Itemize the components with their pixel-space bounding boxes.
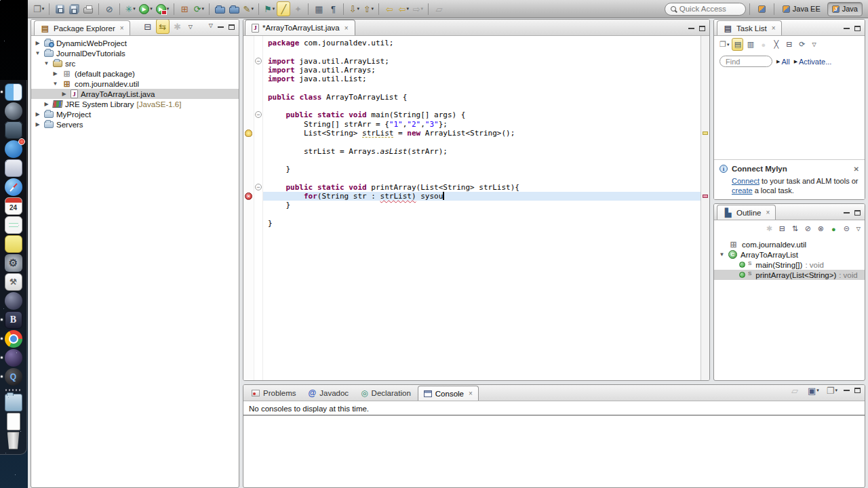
last-edit-location-icon[interactable]: ⇦ <box>382 1 396 16</box>
maximize-icon[interactable] <box>229 24 235 30</box>
outline-item-printarray-list-string-[interactable]: SprintArray(List<String>) : void <box>714 270 865 280</box>
dropdown-arrow-icon[interactable]: ▾ <box>201 6 204 12</box>
close-icon[interactable]: × <box>772 24 776 32</box>
synchronize-icon[interactable]: ⟳ <box>796 38 808 51</box>
expand-arrow-icon[interactable]: ▶ <box>34 111 41 117</box>
tree-item-servers[interactable]: ▶Servers <box>31 119 239 129</box>
code-line-18[interactable]: } <box>263 201 701 209</box>
open-resource-icon[interactable] <box>227 1 241 16</box>
find-input[interactable]: Find <box>719 56 772 67</box>
tab-task-list[interactable]: ▤ Task List × <box>717 20 782 35</box>
tree-item-dynamicwebproject[interactable]: ▶DynamicWebProject <box>31 38 239 48</box>
perspective-button-java[interactable]: JJava <box>827 2 863 16</box>
dock-item-preview[interactable] <box>0 159 26 178</box>
dock-item-stickies[interactable] <box>0 235 26 253</box>
dock-item-mission-control[interactable] <box>0 121 26 140</box>
close-icon[interactable]: ✕ <box>854 165 859 173</box>
dock-item-calendar[interactable]: 24 <box>0 197 26 216</box>
dropdown-arrow-icon[interactable]: ▾ <box>42 6 45 12</box>
link-with-editor-icon[interactable]: ⇆ <box>156 19 170 34</box>
outline-item-com-journaldev-util[interactable]: ⊞com.journaldev.util <box>714 239 865 249</box>
dock-item-trash[interactable] <box>0 431 26 450</box>
display-selected-console-icon[interactable]: ▣▾ <box>806 384 821 398</box>
close-icon[interactable]: × <box>120 24 124 32</box>
dropdown-arrow-icon[interactable]: ▾ <box>357 6 360 12</box>
overview-ruler[interactable] <box>701 36 709 380</box>
dropdown-arrow-icon[interactable]: ▾ <box>133 6 136 12</box>
code-line-4[interactable]: import java.util.List; <box>263 75 701 83</box>
dropdown-arrow-icon[interactable]: ▾ <box>167 6 170 12</box>
deactivate-task-icon[interactable]: ╳ <box>770 38 782 51</box>
dropdown-arrow-icon[interactable]: ▾ <box>835 388 837 393</box>
search-icon[interactable]: ✎▾ <box>241 1 255 16</box>
dock-item-chrome[interactable] <box>0 329 26 348</box>
dock-item-reminders[interactable] <box>0 216 26 235</box>
back-icon[interactable]: ⇦▾ <box>397 1 410 16</box>
dock-item-quicktime[interactable]: Q <box>0 367 26 386</box>
open-perspective-button[interactable] <box>753 2 770 16</box>
new-wizard-icon[interactable]: ❐▾ <box>32 1 45 16</box>
dropdown-arrow-icon[interactable]: ▾ <box>421 6 424 12</box>
close-icon[interactable]: × <box>344 24 349 32</box>
dock-item-system-preferences[interactable]: ⚙ <box>0 253 26 272</box>
collapse-all-icon[interactable]: ⊟ <box>783 38 795 51</box>
tree-item-myproject[interactable]: ▶MyProject <box>31 109 239 119</box>
minimize-icon[interactable] <box>688 28 694 29</box>
tab-package-explorer[interactable]: ▤ Package Explorer × <box>34 20 130 35</box>
expand-arrow-icon[interactable]: ▶ <box>34 121 41 127</box>
code-line-6[interactable]: public class ArrayToArrayList { <box>263 93 701 102</box>
tab-outline[interactable]: ▙ Outline × <box>717 205 776 220</box>
minimize-icon[interactable] <box>844 390 850 391</box>
dock-item-downloads-folder[interactable] <box>0 393 26 412</box>
new-java-project-icon[interactable]: ⊞ <box>178 1 191 16</box>
dropdown-arrow-icon[interactable]: ▾ <box>816 388 819 393</box>
dock-item-finder[interactable] <box>0 83 26 102</box>
run-icon[interactable]: ▶▾ <box>138 1 154 16</box>
categorized-presentation-icon[interactable]: ▤ <box>732 38 743 51</box>
code-line-11[interactable] <box>263 138 701 146</box>
expand-arrow-icon[interactable]: ▶ <box>52 70 59 77</box>
tree-item--default-package-[interactable]: ▶⊞(default package) <box>31 68 239 79</box>
close-icon[interactable]: × <box>469 390 473 397</box>
collapse-all-icon[interactable]: ⊟ <box>141 19 155 34</box>
connect-link[interactable]: Connect <box>732 177 760 185</box>
code-line-5[interactable] <box>263 83 701 92</box>
task-context-icon[interactable]: ⚑▾ <box>262 1 276 16</box>
code-line-20[interactable]: } <box>263 219 701 228</box>
hide-fields-icon[interactable]: ⊘ <box>802 222 814 235</box>
expand-arrow-icon[interactable]: ▶ <box>34 40 41 46</box>
scheduled-presentation-icon[interactable]: ▥ <box>745 38 756 51</box>
dropdown-arrow-icon[interactable]: ▾ <box>251 6 254 12</box>
dock-item-dock-separator[interactable] <box>0 386 26 393</box>
view-menu-icon[interactable]: ▽ <box>812 41 816 47</box>
minimize-icon[interactable] <box>844 28 850 29</box>
tab-editor-file[interactable]: J *ArrayToArrayList.java × <box>245 20 355 35</box>
dropdown-arrow-icon[interactable]: ▾ <box>150 6 153 12</box>
code-line-13[interactable] <box>263 156 701 165</box>
dock-item-safari[interactable] <box>0 178 26 197</box>
sort-icon[interactable]: ⇅ <box>789 222 801 235</box>
code-line-7[interactable] <box>263 102 701 110</box>
tree-item-arraytoarraylist-java[interactable]: ▶JArrayToArrayList.java <box>31 89 239 99</box>
code-line-15[interactable] <box>263 174 701 182</box>
minimize-icon[interactable] <box>218 26 224 28</box>
tree-item-com-journaldev-util[interactable]: ▼⊞com.journaldev.util <box>31 79 239 89</box>
next-annotation-icon[interactable]: ⇩▾ <box>347 1 361 16</box>
dock-item-app-store[interactable] <box>0 140 26 159</box>
open-console-icon[interactable]: ❐▾ <box>825 384 839 398</box>
tab-declaration[interactable]: ◎Declaration <box>355 386 416 401</box>
dropdown-arrow-icon[interactable]: ▾ <box>727 42 730 47</box>
code-area[interactable]: package com.journaldev.util;import java.… <box>263 36 701 380</box>
collapse-arrow-icon[interactable]: ▼ <box>43 60 50 66</box>
quickfix-bulb-icon[interactable] <box>245 129 252 137</box>
maximize-icon[interactable] <box>699 26 705 31</box>
dropdown-arrow-icon[interactable]: ▾ <box>407 6 410 12</box>
activate-task-link[interactable]: ▶ Activate... <box>794 58 832 66</box>
close-icon[interactable]: × <box>766 209 770 216</box>
annotation-ruler[interactable]: × <box>243 36 254 380</box>
show-selected-element-icon[interactable]: ▦ <box>312 1 326 16</box>
code-line-8[interactable]: public static void main(String[] args) { <box>263 110 701 119</box>
tree-item-src[interactable]: ▼src <box>31 58 239 68</box>
new-task-icon[interactable]: ❐▾ <box>718 38 730 51</box>
code-line-14[interactable]: } <box>263 165 701 174</box>
